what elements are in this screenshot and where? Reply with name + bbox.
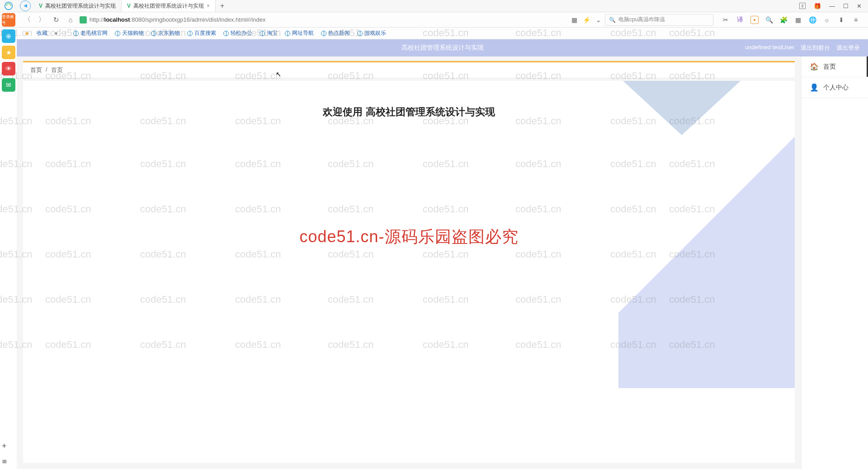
breadcrumb-separator: / bbox=[46, 66, 47, 74]
zoom-icon[interactable]: 🔍 bbox=[765, 16, 773, 24]
puzzle-icon[interactable]: 🧩 bbox=[779, 16, 788, 24]
vue-icon: V bbox=[127, 3, 131, 9]
exit-frontend-link[interactable]: 退出到前台 bbox=[801, 44, 830, 52]
home-icon: 🏠 bbox=[810, 62, 819, 71]
bookmark-item[interactable]: 百度搜索 bbox=[187, 29, 216, 37]
sun-icon[interactable]: ☼ bbox=[823, 16, 831, 24]
tab-title: 高校社团管理系统设计与实现 bbox=[45, 2, 116, 10]
browser-search-input[interactable]: 🔍 电脑cpu高温咋降温 bbox=[605, 14, 713, 26]
nav-label: 首页 bbox=[823, 63, 836, 71]
address-bar-icons: ▦ ⚡ ⌄ bbox=[571, 16, 601, 23]
person-icon: 👤 bbox=[810, 83, 819, 92]
mail-icon[interactable]: ✉ bbox=[2, 78, 15, 92]
minimize-icon[interactable]: — bbox=[829, 3, 835, 9]
app-title: 高校社团管理系统设计与实现 bbox=[401, 44, 484, 52]
reload-button[interactable]: ↻ bbox=[51, 14, 61, 25]
globe-icon bbox=[223, 31, 229, 36]
login-badge-icon[interactable]: 登录账号 bbox=[2, 13, 15, 27]
browser-tab-active[interactable]: V 高校社团管理系统设计与实现 × bbox=[122, 0, 216, 12]
globe-icon bbox=[73, 31, 79, 36]
plus-icon[interactable]: + bbox=[2, 441, 7, 451]
bookmarks-bar: ★ 收藏 ▾ | 老毛桃官网 天猫购物 京东购物 百度搜索 轻松办公 淘宝 网址… bbox=[0, 28, 868, 39]
vue-icon: V bbox=[39, 3, 42, 9]
maximize-icon[interactable]: ☐ bbox=[843, 3, 849, 9]
browser-logo-icon bbox=[0, 0, 17, 12]
grid-icon[interactable]: ▦ bbox=[794, 16, 802, 24]
browser-tab-strip: V 高校社团管理系统设计与实现 V 高校社团管理系统设计与实现 × + 2 🎁 … bbox=[0, 0, 868, 12]
app-container: 高校社团管理系统设计与实现 undefined testUser 退出到前台 退… bbox=[17, 39, 868, 469]
bookmark-item[interactable]: 淘宝 bbox=[259, 29, 278, 37]
bookmarks-label: 收藏 bbox=[37, 29, 47, 37]
bookmark-item[interactable]: 天猫购物 bbox=[115, 29, 144, 37]
bookmark-item[interactable]: 游戏娱乐 bbox=[357, 29, 386, 37]
close-tab-icon[interactable]: × bbox=[207, 3, 210, 9]
bolt-icon[interactable]: ⚡ bbox=[583, 16, 590, 23]
globe-icon bbox=[151, 31, 156, 36]
breadcrumb-current: 首页 bbox=[51, 66, 63, 74]
bookmark-item[interactable]: 轻松办公 bbox=[223, 29, 252, 37]
app-user-area: undefined testUser 退出到前台 退出登录 bbox=[745, 44, 860, 52]
welcome-heading: 欢迎使用 高校社团管理系统设计与实现 bbox=[23, 105, 795, 119]
bookmark-item[interactable]: 热点新闻 bbox=[321, 29, 350, 37]
app-icon[interactable]: ⊕ bbox=[2, 29, 15, 43]
browser-tab[interactable]: V 高校社团管理系统设计与实现 bbox=[33, 0, 122, 12]
window-controls: 2 🎁 — ☐ ✕ bbox=[799, 3, 868, 9]
left-dock-bottom: + ≣ bbox=[2, 441, 7, 464]
shield-icon bbox=[80, 16, 87, 23]
search-icon: 🔍 bbox=[609, 17, 616, 23]
globe-icon bbox=[357, 31, 363, 36]
back-button[interactable]: 〈 bbox=[22, 14, 33, 25]
breadcrumb-home[interactable]: 首页 bbox=[30, 66, 42, 74]
menu-icon[interactable]: ≡ bbox=[852, 16, 860, 24]
nav-home[interactable]: 🏠 首页 bbox=[802, 56, 868, 77]
download-icon[interactable]: ⬇ bbox=[837, 16, 845, 24]
translate-icon[interactable]: 译 bbox=[736, 16, 744, 24]
watermark-big: code51.cn-源码乐园盗图必究 bbox=[299, 226, 518, 248]
weibo-icon[interactable]: 👁 bbox=[2, 62, 15, 75]
globe-icon bbox=[187, 31, 193, 36]
new-tab-button[interactable]: + bbox=[216, 2, 229, 10]
user-label: undefined testUser bbox=[745, 44, 794, 52]
nav-label: 个人中心 bbox=[823, 84, 849, 92]
bookmark-item[interactable]: 老毛桃官网 bbox=[73, 29, 108, 37]
shield-badge-icon[interactable]: ● bbox=[750, 16, 759, 24]
app-icon[interactable]: ★ bbox=[2, 46, 15, 59]
home-button[interactable]: ⌂ bbox=[65, 14, 76, 25]
nav-arrow-icon[interactable] bbox=[20, 0, 31, 11]
forward-button[interactable]: 〉 bbox=[36, 14, 47, 25]
globe-icon[interactable]: 🌐 bbox=[808, 16, 816, 24]
qr-icon[interactable]: ▦ bbox=[571, 16, 577, 23]
app-header: 高校社团管理系统设计与实现 undefined testUser 退出到前台 退… bbox=[17, 39, 868, 56]
content-card: 欢迎使用 高校社团管理系统设计与实现 code51.cn-源码乐园盗图必究 bbox=[23, 81, 795, 463]
logout-link[interactable]: 退出登录 bbox=[836, 44, 860, 52]
globe-icon bbox=[259, 31, 265, 36]
chevron-down-icon[interactable]: ▾ bbox=[55, 30, 57, 37]
main-area: 首页 / 首页 欢迎使用 高校社团管理系统设计与实现 code51.cn-源码乐… bbox=[17, 56, 801, 469]
search-placeholder: 电脑cpu高温咋降温 bbox=[618, 16, 665, 23]
globe-icon bbox=[285, 31, 290, 36]
right-sidebar: 🏠 首页 👤 个人中心 bbox=[801, 56, 868, 469]
url-display[interactable]: http://localhost:8080/springbootxgp16/ad… bbox=[80, 16, 266, 23]
tab-count-badge: 2 bbox=[799, 3, 806, 9]
breadcrumb: 首页 / 首页 bbox=[23, 61, 795, 78]
chevron-down-icon[interactable]: ⌄ bbox=[596, 16, 601, 23]
gift-icon[interactable]: 🎁 bbox=[814, 3, 821, 9]
tab-title: 高校社团管理系统设计与实现 bbox=[133, 2, 204, 10]
star-icon: ★ bbox=[24, 30, 29, 37]
list-icon[interactable]: ≣ bbox=[2, 457, 7, 464]
globe-icon bbox=[115, 31, 120, 36]
toolbar-right-icons: ✂ 译 ● 🔍 🧩 ▦ 🌐 ☼ ⬇ ≡ bbox=[717, 16, 864, 24]
scissors-icon[interactable]: ✂ bbox=[722, 16, 730, 24]
app-body: 首页 / 首页 欢迎使用 高校社团管理系统设计与实现 code51.cn-源码乐… bbox=[17, 56, 868, 469]
close-window-icon[interactable]: ✕ bbox=[857, 3, 862, 9]
bookmark-item[interactable]: 京东购物 bbox=[151, 29, 180, 37]
bookmark-item[interactable]: 网址导航 bbox=[285, 29, 314, 37]
address-bar-row: 〈 〉 ↻ ⌂ http://localhost:8080/springboot… bbox=[0, 12, 868, 28]
url-text: http://localhost:8080/springbootxgp16/ad… bbox=[90, 16, 266, 23]
left-app-dock: 登录账号 ⊕ ★ 👁 ✉ bbox=[0, 12, 17, 92]
decor-triangle bbox=[618, 81, 795, 388]
nav-profile[interactable]: 👤 个人中心 bbox=[802, 77, 868, 98]
globe-icon bbox=[321, 31, 326, 36]
